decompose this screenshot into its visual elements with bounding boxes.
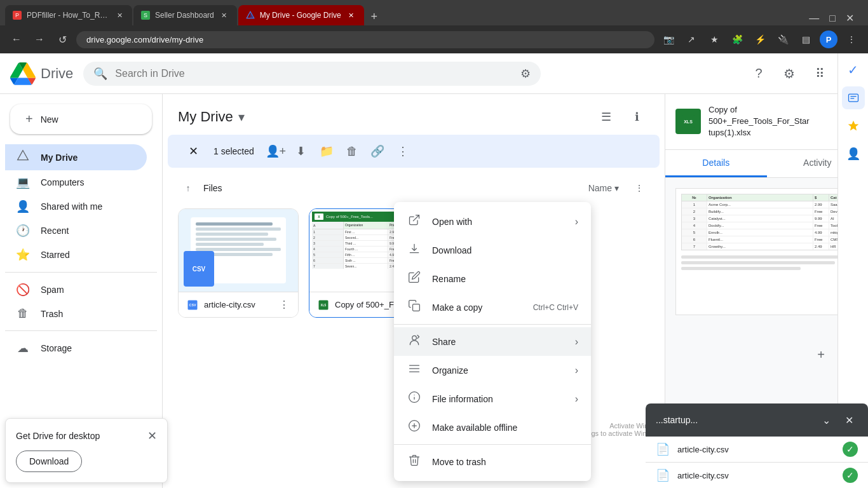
- tab-close-pdffiller[interactable]: ✕: [114, 10, 125, 20]
- ctx-rename[interactable]: Rename: [394, 264, 591, 293]
- search-tune-icon[interactable]: ⚙: [520, 67, 531, 81]
- sort-arrow: ▾: [614, 183, 619, 193]
- ctx-file-info-label: File information: [432, 394, 565, 404]
- svg-text:XLS: XLS: [321, 304, 327, 307]
- tab-close-seller[interactable]: ✕: [219, 10, 229, 20]
- new-tab-button[interactable]: +: [365, 8, 383, 25]
- settings-button[interactable]: ⚙: [776, 61, 802, 86]
- computers-icon: 💻: [15, 175, 31, 189]
- close-button[interactable]: ✕: [842, 11, 858, 25]
- puzzle-icon[interactable]: 🔌: [774, 30, 792, 48]
- delete-selected-button[interactable]: 🗑: [341, 140, 363, 163]
- upload-close-button[interactable]: ✕: [840, 411, 858, 429]
- panel-add-button[interactable]: +: [810, 343, 832, 366]
- bookmark-icon[interactable]: ★: [705, 30, 723, 48]
- sidebar-item-label-spam: Spam: [41, 285, 64, 295]
- ctx-make-offline[interactable]: Make available offline: [394, 413, 591, 442]
- upload-minimize-button[interactable]: ⌄: [817, 411, 835, 429]
- download-selected-button[interactable]: ⬇: [290, 140, 313, 163]
- selection-bar: ✕ 1 selected 👤+ ⬇ 📁 🗑 🔗 ⋮: [168, 135, 660, 168]
- info-button[interactable]: ℹ: [624, 104, 649, 130]
- file-card-csv[interactable]: CSV CSV article-city.csv ⋮: [178, 208, 299, 318]
- selection-close-button[interactable]: ✕: [183, 141, 203, 161]
- upload-title: ...startup...: [656, 415, 812, 425]
- menu-icon[interactable]: ⋮: [843, 30, 860, 48]
- google-keep-side-button[interactable]: [842, 114, 865, 137]
- drive-title: My Drive ▾: [178, 109, 245, 125]
- share-page-icon[interactable]: ↗: [682, 30, 700, 48]
- new-button[interactable]: + New: [10, 104, 152, 134]
- sidebar-item-recent[interactable]: 🕐 Recent: [5, 219, 147, 243]
- preview-image: № Organization $ Cat 1Acme Corp...2.99Sa…: [675, 188, 858, 315]
- ctx-organize[interactable]: Organize ›: [394, 356, 591, 384]
- move-selected-button[interactable]: 📁: [315, 140, 338, 163]
- ctx-share[interactable]: Share ›: [394, 327, 591, 356]
- sidebar-item-computers[interactable]: 💻 Computers: [5, 170, 147, 194]
- notif-download-button[interactable]: Download: [16, 451, 82, 472]
- svg-rect-8: [848, 94, 858, 102]
- ctx-move-trash[interactable]: Move to trash: [394, 447, 591, 476]
- selection-actions: 👤+ ⬇ 📁 🗑 🔗 ⋮: [264, 140, 414, 163]
- sidebar-item-storage[interactable]: ☁ Storage: [5, 336, 147, 360]
- csv-file-menu-button[interactable]: ⋮: [278, 297, 290, 312]
- csv-file-name: article-city.csv: [204, 300, 273, 309]
- apps-button[interactable]: ⠿: [807, 61, 832, 86]
- sidebar-item-starred[interactable]: ⭐ Starred: [5, 243, 147, 267]
- ctx-move-trash-label: Move to trash: [432, 457, 578, 467]
- forward-button[interactable]: →: [31, 30, 48, 48]
- tab-close-drive[interactable]: ✕: [346, 10, 356, 20]
- sidebar-item-spam[interactable]: 🚫 Spam: [5, 278, 147, 302]
- back-button[interactable]: ←: [8, 30, 25, 48]
- upload-item-1: 📄 article-city.csv ✓: [646, 437, 868, 462]
- files-header: ↑ Files Name ▾ ⋮: [178, 178, 649, 198]
- ctx-make-copy-label: Make a copy: [432, 302, 523, 313]
- sort-order-button[interactable]: ↑: [178, 178, 198, 198]
- new-button-label: New: [41, 114, 58, 125]
- tab-seller[interactable]: S Seller Dashboard ✕: [133, 5, 237, 25]
- sidebar-item-shared-with-me[interactable]: 👤 Shared with me: [5, 194, 147, 219]
- ctx-make-copy-shortcut: Ctrl+C Ctrl+V: [533, 303, 578, 312]
- file-card-footer-csv: CSV article-city.csv ⋮: [179, 292, 298, 317]
- address-input[interactable]: [76, 31, 654, 48]
- my-drive-icon: [15, 149, 31, 165]
- ctx-download[interactable]: Download: [394, 236, 591, 264]
- sidebar-icon[interactable]: ▤: [797, 30, 815, 48]
- help-button[interactable]: ?: [746, 61, 771, 86]
- sidebar-item-my-drive[interactable]: My Drive: [5, 144, 147, 170]
- link-selected-button[interactable]: 🔗: [366, 140, 389, 163]
- notif-close-button[interactable]: ✕: [147, 429, 157, 443]
- upload-item-1-icon: 📄: [656, 442, 670, 456]
- tab-pdffiller[interactable]: P PDFfiller - How_To_Reduce_the... ✕: [5, 5, 132, 25]
- new-button-icon: +: [25, 112, 33, 126]
- share-selected-button[interactable]: 👤+: [264, 140, 287, 163]
- sidebar-item-trash[interactable]: 🗑 Trash: [5, 302, 147, 325]
- ctx-open-with[interactable]: Open with ›: [394, 207, 591, 236]
- starred-icon: ⭐: [15, 248, 31, 262]
- svg-point-10: [412, 336, 417, 340]
- tab-drive[interactable]: My Drive - Google Drive ✕: [238, 5, 364, 25]
- sort-button[interactable]: Name ▾: [583, 180, 624, 196]
- files-more-button[interactable]: ⋮: [629, 178, 649, 198]
- extension2-icon[interactable]: ⚡: [751, 30, 769, 48]
- search-input[interactable]: [115, 68, 513, 79]
- ctx-file-information[interactable]: File information ›: [394, 384, 591, 413]
- screenshot-icon[interactable]: 📷: [660, 30, 677, 48]
- ctx-make-copy[interactable]: Make a copy Ctrl+C Ctrl+V: [394, 293, 591, 322]
- extension-icon[interactable]: 🧩: [728, 30, 746, 48]
- browser-profile-button[interactable]: P: [820, 30, 837, 48]
- search-bar[interactable]: 🔍 ⚙: [83, 62, 541, 86]
- more-selected-button[interactable]: ⋮: [391, 140, 414, 163]
- reload-button[interactable]: ↺: [53, 30, 71, 48]
- panel-tab-details[interactable]: Details: [665, 150, 767, 177]
- minimize-button[interactable]: ―: [805, 11, 823, 25]
- upload-item-1-name: article-city.csv: [677, 445, 835, 454]
- file-panel-icon: XLS: [675, 109, 701, 134]
- drive-title-dropdown[interactable]: ▾: [238, 109, 245, 125]
- google-tasks-side-button[interactable]: [842, 94, 865, 109]
- browser-chrome: P PDFfiller - How_To_Reduce_the... ✕ S S…: [0, 0, 868, 53]
- maximize-button[interactable]: □: [825, 11, 839, 25]
- google-contacts-side-button[interactable]: 👤: [842, 142, 865, 165]
- svg-rect-9: [413, 304, 420, 311]
- list-view-button[interactable]: ☰: [593, 104, 619, 130]
- sidebar-item-label-computers: Computers: [41, 177, 84, 187]
